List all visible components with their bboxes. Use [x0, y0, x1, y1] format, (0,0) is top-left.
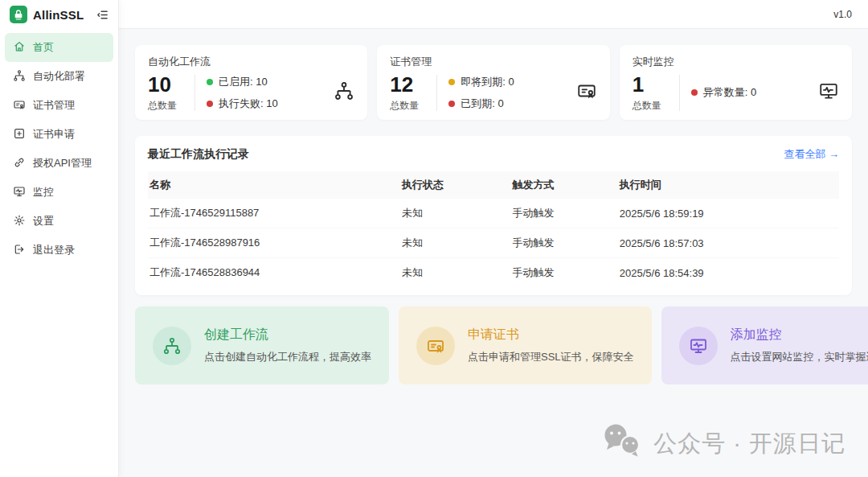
- column-header-trigger: 触发方式: [510, 171, 617, 199]
- table-row[interactable]: 工作流-1746528836944 未知 手动触发 2025/5/6 18:54…: [148, 258, 839, 288]
- column-header-time: 执行时间: [618, 171, 839, 199]
- stat-total-value: 12: [390, 73, 425, 97]
- sidebar: AllinSSL 首页 自动化部署: [0, 0, 119, 477]
- stat-total-label: 总数量: [633, 99, 668, 113]
- apply-certificate-card[interactable]: 申请证书 点击申请和管理SSL证书，保障安全: [399, 306, 652, 384]
- logo-row: AllinSSL: [0, 0, 118, 29]
- cell-trigger-type: 手动触发: [510, 199, 617, 228]
- stat-card-workflows: 自动化工作流 10 总数量 已启用: 10 执行失败: [135, 45, 367, 120]
- cell-exec-status: 未知: [400, 199, 511, 228]
- workflow-icon: [334, 80, 354, 105]
- dashboard-main: 自动化工作流 10 总数量 已启用: 10 执行失败: [119, 29, 868, 477]
- sidebar-item-label: 证书管理: [33, 98, 75, 113]
- sidebar-item-auto-deploy[interactable]: 自动化部署: [5, 62, 113, 91]
- stat-total-label: 总数量: [148, 99, 183, 113]
- cell-exec-status: 未知: [400, 228, 511, 258]
- table-row[interactable]: 工作流-1746528987916 未知 手动触发 2025/5/6 18:57…: [148, 228, 839, 258]
- sidebar-item-label: 设置: [33, 214, 54, 228]
- status-dot-red: [448, 101, 455, 107]
- stat-failed: 执行失败: 10: [207, 97, 278, 111]
- stat-card-certificates: 证书管理 12 总数量 即将到期: 0 已到期: 0: [377, 45, 609, 120]
- view-all-link[interactable]: 查看全部 →: [784, 147, 839, 162]
- status-dot-red: [207, 101, 213, 107]
- cell-workflow-name: 工作流-1746529115887: [148, 199, 400, 228]
- stat-expiring: 即将到期: 0: [448, 75, 514, 89]
- stats-row: 自动化工作流 10 总数量 已启用: 10 执行失败: [135, 45, 852, 120]
- table-row[interactable]: 工作流-1746529115887 未知 手动触发 2025/5/6 18:59…: [148, 199, 839, 228]
- workflow-icon: [153, 327, 191, 365]
- divider: [436, 75, 437, 111]
- divider: [194, 75, 195, 111]
- stat-expired: 已到期: 0: [448, 97, 514, 111]
- cell-exec-time: 2025/5/6 18:54:39: [618, 258, 839, 288]
- quick-actions-row: 创建工作流 点击创建自动化工作流程，提高效率 申请证书 点击申请和管理SSL证书…: [135, 306, 852, 384]
- sidebar-collapse-icon[interactable]: [94, 6, 110, 23]
- logout-icon: [13, 243, 26, 258]
- sidebar-item-cert-apply[interactable]: 证书申请: [5, 120, 113, 149]
- cell-workflow-name: 工作流-1746528987916: [148, 228, 400, 258]
- sidebar-item-settings[interactable]: 设置: [5, 207, 113, 236]
- sidebar-item-label: 退出登录: [33, 243, 75, 257]
- app-name: AllinSSL: [33, 8, 84, 22]
- stat-title: 证书管理: [390, 55, 596, 69]
- watermark: 公众号 · 开源日记: [603, 423, 845, 464]
- watermark-text: 公众号 · 开源日记: [653, 428, 845, 460]
- app-version: v1.0: [833, 9, 852, 20]
- certificate-icon: [416, 327, 455, 365]
- stat-total-value: 10: [148, 73, 183, 97]
- stat-item-label: 异常数量: 0: [703, 85, 756, 100]
- sidebar-item-label: 授权API管理: [33, 156, 92, 171]
- stat-item-label: 即将到期: 0: [461, 75, 514, 89]
- action-desc: 点击申请和管理SSL证书，保障安全: [468, 350, 634, 364]
- records-table: 名称 执行状态 触发方式 执行时间 工作流-1746529115887 未知 手…: [148, 171, 839, 287]
- create-workflow-card[interactable]: 创建工作流 点击创建自动化工作流程，提高效率: [135, 306, 389, 384]
- stat-total-label: 总数量: [390, 99, 425, 113]
- workflow-icon: [13, 69, 26, 84]
- wechat-icon: [603, 423, 643, 464]
- recent-records-card: 最近工作流执行记录 查看全部 → 名称 执行状态 触发方式 执行时间 工作流-1…: [135, 136, 852, 295]
- sidebar-item-home[interactable]: 首页: [5, 33, 113, 62]
- sidebar-item-label: 证书申请: [33, 127, 75, 142]
- table-header-row: 名称 执行状态 触发方式 执行时间: [148, 171, 839, 199]
- action-desc: 点击创建自动化工作流程，提高效率: [204, 350, 371, 364]
- stat-item-label: 执行失败: 10: [219, 97, 278, 111]
- status-dot-red: [691, 89, 698, 96]
- cell-exec-time: 2025/5/6 18:59:19: [618, 199, 839, 228]
- status-dot-yellow: [448, 79, 455, 85]
- sidebar-menu: 首页 自动化部署 证书管理: [0, 29, 118, 269]
- top-header: v1.0: [119, 0, 868, 29]
- stat-item-label: 已启用: 10: [219, 75, 268, 89]
- stat-item-label: 已到期: 0: [461, 97, 503, 111]
- monitor-icon: [679, 327, 718, 365]
- column-header-status: 执行状态: [400, 171, 511, 199]
- certificate-icon: [13, 98, 26, 113]
- sidebar-item-logout[interactable]: 退出登录: [5, 236, 113, 265]
- stat-card-monitoring: 实时监控 1 总数量 异常数量: 0: [620, 45, 852, 120]
- home-icon: [13, 40, 26, 56]
- stat-title: 自动化工作流: [148, 55, 354, 69]
- cell-workflow-name: 工作流-1746528836944: [148, 258, 400, 288]
- certificate-add-icon: [13, 127, 26, 142]
- action-desc: 点击设置网站监控，实时掌握运行状态: [731, 350, 868, 364]
- sidebar-item-api-auth[interactable]: 授权API管理: [5, 149, 113, 178]
- api-link-icon: [13, 156, 26, 171]
- records-title: 最近工作流执行记录: [148, 147, 249, 162]
- cell-exec-time: 2025/5/6 18:57:03: [618, 228, 839, 258]
- action-title: 申请证书: [468, 327, 634, 343]
- action-title: 添加监控: [731, 327, 868, 343]
- stat-abnormal: 异常数量: 0: [691, 85, 756, 100]
- add-monitor-card[interactable]: 添加监控 点击设置网站监控，实时掌握运行状态: [661, 306, 868, 384]
- column-header-name: 名称: [148, 171, 400, 199]
- stat-total-value: 1: [633, 73, 668, 97]
- certificate-icon: [576, 80, 597, 105]
- sidebar-item-monitor[interactable]: 监控: [5, 178, 113, 207]
- cell-trigger-type: 手动触发: [510, 258, 617, 288]
- sidebar-item-cert-manage[interactable]: 证书管理: [5, 91, 113, 120]
- settings-gear-icon: [13, 214, 26, 229]
- status-dot-green: [207, 79, 213, 85]
- monitor-icon: [13, 185, 26, 200]
- stat-title: 实时监控: [633, 55, 839, 69]
- sidebar-item-label: 首页: [33, 40, 54, 55]
- cell-trigger-type: 手动触发: [510, 228, 617, 258]
- stat-enabled: 已启用: 10: [207, 75, 278, 89]
